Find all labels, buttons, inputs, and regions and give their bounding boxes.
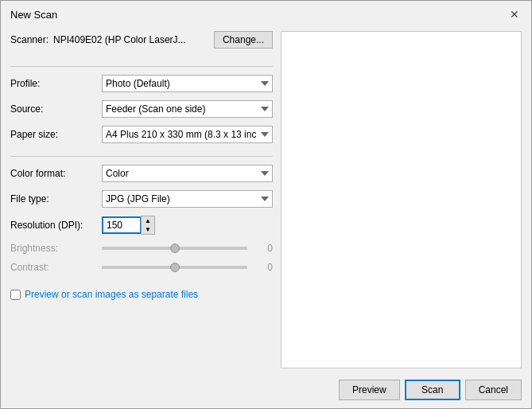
- preview-separate-label[interactable]: Preview or scan images as separate files: [25, 289, 198, 300]
- scanner-name: NPI409E02 (HP Color LaserJ...: [53, 34, 209, 45]
- profile-label: Profile:: [10, 78, 102, 89]
- scan-button[interactable]: Scan: [405, 380, 460, 400]
- preview-checkbox-row: Preview or scan images as separate files: [10, 289, 273, 300]
- contrast-slider-wrap: 0: [102, 262, 273, 273]
- brightness-slider: [102, 247, 247, 250]
- change-button[interactable]: Change...: [214, 31, 273, 49]
- profile-select[interactable]: Photo (Default): [102, 75, 273, 92]
- separator-2: [10, 156, 273, 157]
- scanner-label: Scanner:: [10, 34, 49, 45]
- brightness-slider-wrap: 0: [102, 243, 273, 254]
- resolution-input[interactable]: [102, 216, 142, 234]
- file-type-label: File type:: [10, 193, 102, 204]
- dialog-title: New Scan: [10, 9, 57, 21]
- file-type-select[interactable]: JPG (JPG File): [102, 190, 273, 208]
- new-scan-dialog: New Scan ✕ Scanner: NPI409E02 (HP Color …: [0, 0, 532, 409]
- color-format-select[interactable]: Color: [102, 165, 273, 182]
- contrast-row: Contrast: 0: [10, 262, 273, 273]
- source-select[interactable]: Feeder (Scan one side): [102, 100, 273, 118]
- contrast-slider: [102, 266, 247, 269]
- preview-area: [281, 31, 522, 368]
- file-type-row: File type: JPG (JPG File): [10, 190, 273, 208]
- paper-size-label: Paper size:: [10, 129, 102, 140]
- profile-row: Profile: Photo (Default): [10, 75, 273, 92]
- dialog-footer: Preview Scan Cancel: [1, 375, 531, 408]
- color-format-row: Color format: Color: [10, 165, 273, 182]
- paper-size-select[interactable]: A4 Plus 210 x 330 mm (8.3 x 13 inc: [102, 126, 273, 143]
- resolution-spinner: ▲ ▼: [141, 216, 155, 235]
- resolution-label: Resolution (DPI):: [10, 220, 102, 231]
- source-row: Source: Feeder (Scan one side): [10, 100, 273, 118]
- left-panel: Scanner: NPI409E02 (HP Color LaserJ... C…: [10, 31, 273, 368]
- resolution-decrement-button[interactable]: ▼: [142, 225, 154, 234]
- contrast-label: Contrast:: [10, 262, 102, 273]
- brightness-row: Brightness: 0: [10, 243, 273, 254]
- brightness-value: 0: [254, 243, 273, 254]
- close-button[interactable]: ✕: [507, 7, 522, 21]
- cancel-button[interactable]: Cancel: [465, 380, 522, 400]
- resolution-row: Resolution (DPI): ▲ ▼: [10, 216, 273, 235]
- paper-size-row: Paper size: A4 Plus 210 x 330 mm (8.3 x …: [10, 126, 273, 143]
- resolution-increment-button[interactable]: ▲: [142, 216, 154, 225]
- scanner-row: Scanner: NPI409E02 (HP Color LaserJ... C…: [10, 31, 273, 49]
- preview-separate-checkbox[interactable]: [10, 290, 21, 300]
- dialog-body: Scanner: NPI409E02 (HP Color LaserJ... C…: [1, 25, 531, 375]
- color-format-label: Color format:: [10, 168, 102, 179]
- contrast-value: 0: [254, 262, 273, 273]
- brightness-label: Brightness:: [10, 243, 102, 254]
- title-bar: New Scan ✕: [1, 1, 531, 25]
- source-label: Source:: [10, 103, 102, 115]
- resolution-input-wrap: ▲ ▼: [102, 216, 273, 235]
- preview-button[interactable]: Preview: [339, 380, 400, 400]
- separator-1: [10, 66, 273, 67]
